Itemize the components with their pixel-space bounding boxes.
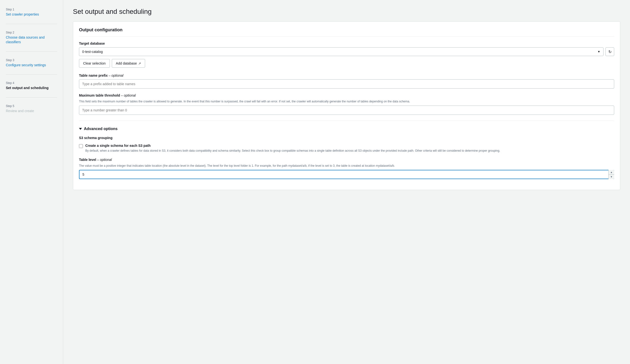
single-schema-checkbox-content: Create a single schema for each S3 path … [85,144,500,153]
single-schema-checkbox[interactable] [79,144,83,148]
table-level-label: Table level – optional [79,158,614,162]
main-content: Set output and scheduling Output configu… [63,0,630,364]
sidebar: Step 1 Set crawler properties Step 2 Cho… [0,0,63,364]
spinner-up-button[interactable]: ▲ [608,170,614,175]
table-level-input-wrapper: ▲ ▼ [79,170,614,179]
s3-schema-grouping-title: S3 schema grouping [79,136,614,140]
step-2-number: Step 2 [6,31,57,34]
target-database-label: Target database [79,41,614,45]
step-2-link[interactable]: Choose data sources and classifiers [6,35,45,44]
advanced-options-label: Advanced options [84,127,118,131]
single-schema-checkbox-description: By default, when a crawler defines table… [85,149,500,153]
max-table-threshold-group: Maximum table threshold – optional This … [79,93,614,115]
number-spinners: ▲ ▼ [608,170,614,179]
target-database-select-wrapper: 0-test-catalog ▼ ↻ [79,47,614,56]
dropdown-arrow-icon: ▼ [598,50,600,53]
step-5-link: Review and create [6,109,34,113]
single-schema-checkbox-wrapper: Create a single schema for each S3 path … [79,144,614,153]
target-database-group: Target database 0-test-catalog ▼ ↻ Clear… [79,41,614,68]
output-configuration-card: Output configuration Target database 0-t… [73,21,620,190]
target-database-value: 0-test-catalog [82,50,103,54]
s3-schema-grouping-group: S3 schema grouping Create a single schem… [79,136,614,153]
table-name-prefix-label: Table name prefix – optional [79,74,614,77]
output-config-title: Output configuration [79,27,614,37]
table-name-prefix-group: Table name prefix – optional [79,74,614,89]
section-divider [79,121,614,121]
step-4-link: Set output and scheduling [6,86,48,90]
table-name-prefix-input[interactable] [79,79,614,89]
single-schema-checkbox-label: Create a single schema for each S3 path [85,144,500,148]
table-level-group: Table level – optional The value must be… [79,158,614,179]
max-table-threshold-input[interactable] [79,106,614,115]
advanced-options-toggle[interactable]: Advanced options [79,127,614,131]
target-database-select[interactable]: 0-test-catalog ▼ [79,47,604,56]
sidebar-step-2: Step 2 Choose data sources and classifie… [6,31,57,52]
sidebar-step-1: Step 1 Set crawler properties [6,8,57,24]
refresh-button[interactable]: ↻ [606,47,614,56]
step-3-link[interactable]: Configure security settings [6,63,46,67]
max-table-threshold-description: This field sets the maximum number of ta… [79,99,614,104]
sidebar-step-5: Step 5 Review and create [6,104,57,120]
sidebar-step-3: Step 3 Configure security settings [6,58,57,75]
add-database-label: Add database [116,61,137,65]
table-level-description: The value must be a positive integer tha… [79,164,614,168]
step-1-number: Step 1 [6,8,57,11]
step-1-link[interactable]: Set crawler properties [6,12,39,16]
refresh-icon: ↻ [608,49,612,54]
add-database-button[interactable]: Add database ↗ [112,59,145,68]
step-3-number: Step 3 [6,58,57,62]
page-title: Set output and scheduling [73,8,620,15]
max-table-threshold-label: Maximum table threshold – optional [79,93,614,97]
external-link-icon: ↗ [138,62,141,65]
step-4-number: Step 4 [6,81,57,85]
spinner-down-button[interactable]: ▼ [608,175,614,179]
table-level-input[interactable] [79,170,614,179]
sidebar-step-4: Step 4 Set output and scheduling [6,81,57,98]
step-5-number: Step 5 [6,104,57,108]
database-action-buttons: Clear selection Add database ↗ [79,59,614,68]
collapse-icon [79,128,82,130]
clear-selection-button[interactable]: Clear selection [79,59,110,68]
